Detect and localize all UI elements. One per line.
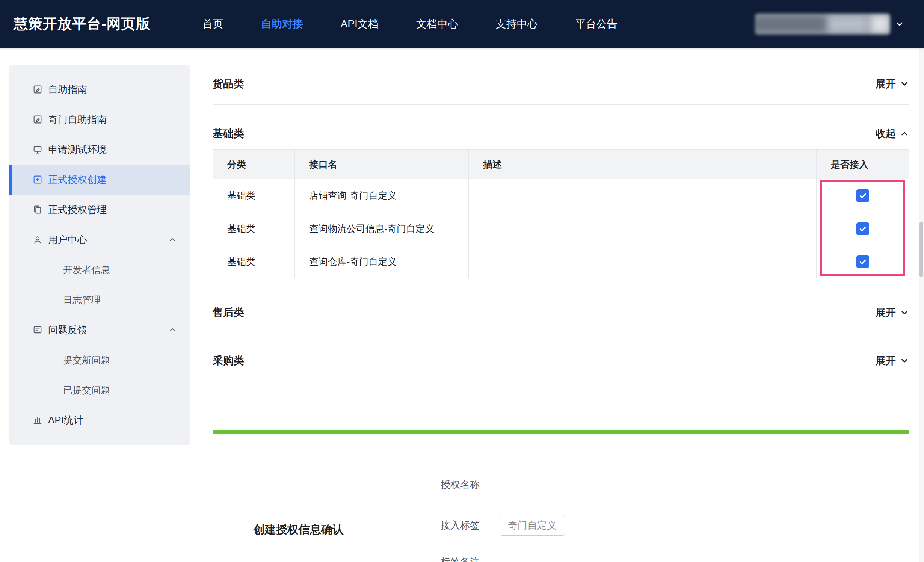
auth-name-label: 授权名称: [441, 478, 480, 491]
sidebar-item-label: 用户中心: [48, 233, 87, 246]
toggle-label: 展开: [876, 306, 896, 319]
access-tag-label: 接入标签: [441, 519, 480, 532]
toggle-label: 展开: [876, 77, 896, 91]
panel-top-green-bar: [213, 430, 909, 434]
sidebar-item-submit-new-issue[interactable]: 提交新问题: [9, 345, 190, 375]
nav-platform-announcement[interactable]: 平台公告: [575, 17, 618, 31]
sidebar-item-qimen-guide[interactable]: 奇门自助指南: [9, 104, 190, 134]
sidebar-item-label: 正式授权创建: [48, 173, 107, 186]
sidebar-item-label: 奇门自助指南: [48, 113, 107, 126]
chevron-up-icon: [168, 235, 177, 244]
table-row: 基础类 查询物流公司信息-奇门自定义: [213, 212, 909, 245]
page: 慧策开放平台-网页版 首页 自助对接 API文档 文档中心 支持中心 平台公告: [0, 0, 924, 562]
cell-category: 基础类: [213, 245, 295, 278]
cell-description: [469, 245, 817, 278]
guide-icon: [32, 84, 44, 95]
main-content: 货品类 展开 基础类 收起 分类 接口名 描述: [213, 48, 909, 562]
nav-home[interactable]: 首页: [202, 17, 223, 31]
basic-api-table: 分类 接口名 描述 是否接入 基础类 店铺查询-奇门自定义 基础类 查询物流公司…: [213, 149, 909, 278]
chevron-down-icon: [900, 308, 909, 317]
sidebar-item-label: 日志管理: [63, 294, 101, 306]
user-account[interactable]: [755, 14, 904, 35]
section-after-sales: 售后类 展开: [213, 295, 909, 330]
logo: 慧策开放平台-网页版: [14, 14, 151, 33]
blur-blob: [755, 16, 827, 32]
sidebar-item-label: 申请测试环境: [48, 143, 107, 156]
divider: [213, 52, 909, 52]
sidebar-item-submitted-issues[interactable]: 已提交问题: [9, 375, 190, 405]
toggle-label: 展开: [876, 354, 896, 367]
sidebar-item-label: 开发者信息: [63, 264, 110, 276]
sidebar-item-feedback[interactable]: 问题反馈: [9, 315, 190, 345]
user-icon: [32, 234, 44, 245]
sidebar-item-user-center[interactable]: 用户中心: [9, 225, 190, 255]
sidebar-item-log-management[interactable]: 日志管理: [9, 285, 190, 315]
sidebar-item-developer-info[interactable]: 开发者信息: [9, 255, 190, 285]
access-checkbox-checked[interactable]: [856, 189, 869, 202]
col-header-description: 描述: [469, 150, 817, 179]
collapse-basic-button[interactable]: 收起: [876, 127, 909, 140]
sidebar-item-label: 问题反馈: [48, 323, 87, 337]
stats-icon: [32, 414, 44, 426]
cell-access: [817, 245, 909, 278]
divider: [213, 382, 909, 382]
user-account-blurred: [755, 14, 890, 35]
section-title-after-sales: 售后类: [213, 305, 244, 320]
check-icon: [858, 224, 867, 233]
top-navbar: 慧策开放平台-网页版 首页 自助对接 API文档 文档中心 支持中心 平台公告: [0, 0, 924, 48]
tag-note-label: 标签备注: [441, 556, 480, 562]
sidebar: 自助指南 奇门自助指南 申请测试环境 正式授权创建 正式授权管理: [9, 65, 190, 445]
toggle-label: 收起: [876, 127, 896, 140]
blur-blob: [829, 17, 866, 31]
col-header-category: 分类: [213, 150, 295, 179]
access-checkbox-checked[interactable]: [856, 255, 869, 268]
sidebar-item-test-env[interactable]: 申请测试环境: [9, 134, 190, 165]
sidebar-item-label: 提交新问题: [63, 354, 110, 366]
sidebar-item-api-stats[interactable]: API统计: [9, 405, 190, 435]
expand-goods-button[interactable]: 展开: [876, 77, 909, 91]
check-icon: [858, 191, 867, 200]
divider: [213, 104, 909, 105]
sidebar-item-label: 正式授权管理: [48, 203, 107, 216]
blur-blob: [871, 15, 889, 33]
nav-support-center[interactable]: 支持中心: [496, 17, 538, 31]
cell-description: [469, 212, 817, 245]
col-header-access: 是否接入: [817, 150, 909, 179]
main-nav: 首页 自助对接 API文档 文档中心 支持中心 平台公告: [202, 17, 618, 31]
table-header-row: 分类 接口名 描述 是否接入: [213, 150, 909, 179]
section-title-basic: 基础类: [213, 127, 244, 141]
guide-icon: [32, 114, 44, 125]
sidebar-item-manage-auth[interactable]: 正式授权管理: [9, 195, 190, 225]
access-checkbox-checked[interactable]: [856, 222, 869, 235]
chevron-down-icon: [900, 79, 909, 89]
sidebar-item-create-auth[interactable]: 正式授权创建: [9, 165, 190, 195]
scrollbar-track[interactable]: [919, 48, 924, 562]
section-purchase: 采购类 展开: [213, 343, 909, 378]
sidebar-item-label: 自助指南: [48, 83, 87, 96]
chevron-down-icon: [900, 356, 909, 366]
expand-purchase-button[interactable]: 展开: [876, 354, 909, 367]
nav-self-service[interactable]: 自助对接: [261, 17, 303, 31]
nav-doc-center[interactable]: 文档中心: [416, 17, 458, 31]
divider: [213, 333, 909, 333]
chevron-up-icon: [900, 129, 909, 139]
expand-after-sales-button[interactable]: 展开: [876, 306, 909, 319]
cell-description: [469, 179, 817, 212]
sidebar-item-label: 已提交问题: [63, 384, 110, 396]
section-title-purchase: 采购类: [213, 354, 244, 368]
panel-vertical-divider: [384, 434, 384, 562]
section-goods: 货品类 展开: [213, 63, 909, 104]
sidebar-item-self-guide[interactable]: 自助指南: [9, 74, 190, 104]
nav-api-docs[interactable]: API文档: [341, 17, 379, 31]
create-auth-icon: [32, 174, 44, 185]
section-basic: 基础类 收起: [213, 117, 909, 150]
section-title-goods: 货品类: [213, 77, 244, 91]
feedback-icon: [32, 324, 44, 335]
monitor-icon: [32, 144, 44, 155]
col-header-api-name: 接口名: [295, 150, 469, 179]
table-row: 基础类 店铺查询-奇门自定义: [213, 179, 909, 212]
cell-access: [817, 179, 909, 212]
confirm-panel-title: 创建授权信息确认: [213, 522, 384, 538]
scrollbar-thumb[interactable]: [919, 222, 923, 277]
access-tag-chip[interactable]: 奇门自定义: [500, 515, 565, 536]
